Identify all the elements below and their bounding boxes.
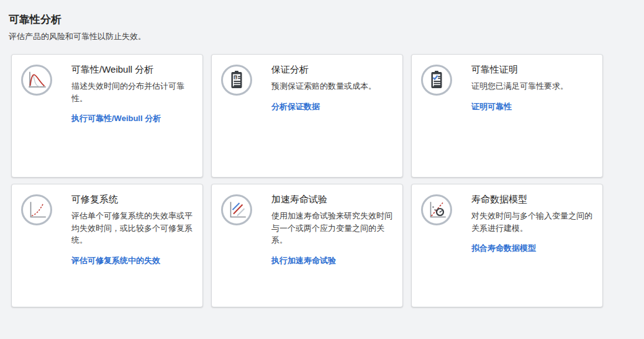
page-title: 可靠性分析: [9, 12, 644, 27]
card-grid: 可靠性/Weibull 分析 描述失效时间的分布并估计可靠性。 执行可靠性/We…: [11, 54, 644, 307]
card-title: 可修复系统: [71, 194, 200, 206]
card-title: 可靠性/Weibull 分析: [71, 64, 200, 76]
card-warranty-analysis: $ 保证分析 预测保证索赔的数量或成本。 分析保证数据: [211, 54, 403, 178]
card-title: 寿命数据模型: [471, 194, 600, 206]
checklist-clipboard-icon: [420, 64, 453, 96]
scatter-gauge-icon: [420, 194, 453, 226]
card-life-data-model: 寿命数据模型 对失效时间与多个输入变量之间的关系进行建模。 拟合寿命数据模型: [411, 184, 603, 307]
demonstrate-reliability-link[interactable]: 证明可靠性: [471, 101, 512, 112]
perform-weibull-analysis-link[interactable]: 执行可靠性/Weibull 分析: [71, 113, 161, 124]
card-description: 描述失效时间的分布并估计可靠性。: [71, 80, 200, 104]
warranty-clipboard-icon: $: [220, 64, 253, 96]
card-title: 保证分析: [271, 64, 400, 76]
page-subtitle: 评估产品的风险和可靠性以防止失效。: [9, 31, 644, 42]
parallel-lines-chart-icon: [220, 194, 253, 226]
card-accelerated-life-testing: 加速寿命试验 使用加速寿命试验来研究失效时间与一个或两个应力变量之间的关系。 执…: [211, 184, 403, 307]
card-description: 评估单个可修复系统的失效率或平均失效时间，或比较多个可修复系统。: [71, 210, 200, 246]
card-title: 可靠性证明: [471, 64, 600, 76]
card-reliability-demonstration: 可靠性证明 证明您已满足可靠性要求。 证明可靠性: [411, 54, 603, 178]
card-repairable-systems: 可修复系统 评估单个可修复系统的失效率或平均失效时间，或比较多个可修复系统。 评…: [11, 184, 203, 307]
svg-text:$: $: [235, 76, 237, 79]
page-header: 可靠性分析 评估产品的风险和可靠性以防止失效。: [0, 0, 644, 42]
weibull-distribution-icon: [20, 64, 53, 96]
perform-accelerated-testing-link[interactable]: 执行加速寿命试验: [271, 255, 336, 266]
card-weibull-analysis: 可靠性/Weibull 分析 描述失效时间的分布并估计可靠性。 执行可靠性/We…: [11, 54, 203, 178]
card-description: 证明您已满足可靠性要求。: [471, 80, 600, 93]
analyze-warranty-data-link[interactable]: 分析保证数据: [271, 101, 320, 112]
card-description: 对失效时间与多个输入变量之间的关系进行建模。: [471, 210, 600, 234]
fit-life-data-model-link[interactable]: 拟合寿命数据模型: [471, 243, 536, 254]
card-title: 加速寿命试验: [271, 194, 400, 206]
card-description: 使用加速寿命试验来研究失效时间与一个或两个应力变量之间的关系。: [271, 210, 400, 246]
growth-curve-icon: [20, 194, 53, 226]
evaluate-repairable-failures-link[interactable]: 评估可修复系统中的失效: [71, 255, 160, 266]
card-description: 预测保证索赔的数量或成本。: [271, 80, 400, 93]
